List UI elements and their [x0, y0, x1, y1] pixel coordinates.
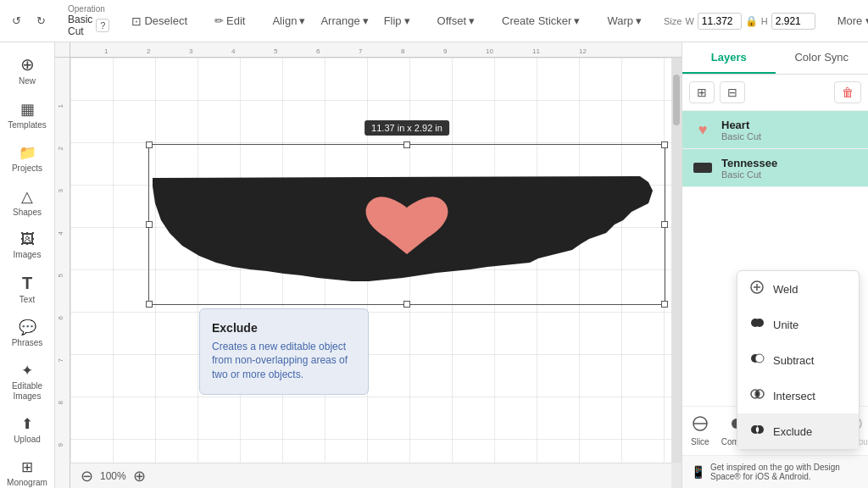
sticker-chevron-icon: ▾	[574, 14, 580, 27]
sidebar-item-new[interactable]: ⊕ New	[3, 49, 51, 92]
promo-text: Get inspired on the go with Design Space…	[710, 463, 860, 481]
tooltip-title: Exclude	[212, 321, 356, 335]
sidebar-label-templates: Templates	[8, 120, 47, 130]
promo-icon: 📱	[691, 465, 705, 479]
arrange-button[interactable]: Arrange ▾	[315, 11, 373, 30]
weld-icon	[749, 280, 765, 298]
flip-chevron-icon: ▾	[404, 14, 410, 27]
edit-button[interactable]: ✏ Edit	[209, 11, 250, 30]
heart-icon: ♥	[698, 121, 708, 139]
canvas-scrollbar[interactable]	[671, 58, 682, 463]
slice-button[interactable]: Slice	[686, 412, 715, 450]
tab-color-sync[interactable]: Color Sync	[776, 42, 869, 74]
menu-item-exclude[interactable]: Exclude	[737, 413, 859, 449]
handle-bottom-middle[interactable]	[403, 301, 410, 308]
panel-tabs: Layers Color Sync	[682, 42, 868, 75]
menu-item-subtract[interactable]: Subtract	[737, 342, 859, 378]
panel-actions: ⊞ ⊟ 🗑	[682, 75, 868, 111]
sidebar-item-editable-images[interactable]: ✦ Editable Images	[3, 357, 51, 407]
handle-top-middle[interactable]	[403, 141, 410, 148]
handle-middle-right[interactable]	[661, 221, 668, 228]
sidebar-label-projects: Projects	[12, 164, 42, 174]
sidebar-item-templates[interactable]: ▦ Templates	[3, 95, 51, 136]
images-icon: 🖼	[20, 231, 35, 248]
height-input[interactable]	[771, 13, 815, 30]
zoom-value: 100%	[100, 470, 126, 482]
handle-middle-left[interactable]	[146, 221, 153, 228]
warp-button[interactable]: Warp ▾	[602, 11, 647, 30]
ruler-corner	[55, 42, 70, 58]
sidebar-label-new: New	[19, 76, 36, 86]
layer-item-heart[interactable]: ♥ Heart Basic Cut	[682, 111, 868, 149]
sidebar-label-shapes: Shapes	[13, 208, 42, 218]
sidebar-item-shapes[interactable]: △ Shapes	[3, 182, 51, 223]
ungroup-icon: ⊟	[727, 86, 737, 99]
ruler-top: 1 2 3 4 5 6 7 8 9 10 11 12	[70, 42, 682, 58]
width-label: W	[685, 16, 693, 26]
width-input[interactable]	[698, 13, 742, 30]
sidebar-label-images: Images	[14, 250, 42, 260]
sidebar-item-images[interactable]: 🖼 Images	[3, 226, 51, 265]
ruler-tick-11: 11	[532, 47, 540, 55]
ruler-tick-12: 12	[579, 47, 587, 55]
align-button[interactable]: Align ▾	[267, 11, 310, 30]
sidebar-item-text[interactable]: T Text	[3, 269, 51, 310]
promo-banner: 📱 Get inspired on the go with Design Spa…	[682, 455, 868, 488]
menu-item-weld[interactable]: Weld	[737, 271, 859, 307]
intersect-label: Intersect	[773, 390, 815, 402]
svg-point-2	[755, 319, 764, 327]
ruler-left-tick-9: 9	[57, 443, 64, 446]
sidebar-item-phrases[interactable]: 💬 Phrases	[3, 313, 51, 353]
sidebar-item-projects[interactable]: 📁 Projects	[3, 139, 51, 179]
group-button[interactable]: ⊞	[689, 81, 715, 103]
create-sticker-button[interactable]: Create Sticker ▾	[497, 11, 585, 30]
more-button[interactable]: More ▾	[832, 11, 868, 30]
zoom-bar: ⊖ 100% ⊕	[70, 463, 671, 488]
canvas-area[interactable]: 1 2 3 4 5 6 7 8 9 10 11 12 1 2 3 4 5 6 7…	[55, 42, 682, 488]
upload-icon: ⬆	[21, 415, 33, 433]
delete-button[interactable]: 🗑	[834, 81, 861, 103]
offset-button[interactable]: Offset ▾	[432, 11, 480, 30]
ruler-tick-3: 3	[189, 47, 192, 55]
weld-label: Weld	[773, 283, 798, 296]
menu-item-intersect[interactable]: Intersect	[737, 378, 859, 413]
intersect-icon	[749, 386, 765, 405]
ruler-left-tick-1: 1	[57, 104, 64, 108]
flip-button[interactable]: Flip ▾	[379, 11, 415, 30]
operation-value: Basic Cut	[68, 14, 92, 37]
main-toolbar: ↺ ↻ Operation Basic Cut ? ⊡ Deselect ✏ E…	[0, 0, 868, 42]
handle-top-left[interactable]	[146, 141, 153, 148]
operation-title: Operation	[68, 4, 109, 14]
handle-top-right[interactable]	[661, 141, 668, 148]
ruler-left-tick-7: 7	[57, 358, 64, 362]
zoom-out-button[interactable]: ⊖	[81, 467, 93, 485]
deselect-button[interactable]: ⊡ Deselect	[126, 11, 192, 31]
edit-icon: ✏	[214, 14, 224, 27]
zoom-in-button[interactable]: ⊕	[133, 467, 146, 485]
lock-icon: 🔒	[745, 15, 758, 27]
heart-layer-info: Heart Basic Cut	[721, 119, 860, 141]
sidebar-item-monogram[interactable]: ⊞ Monogram	[3, 453, 51, 488]
menu-item-unite[interactable]: Unite	[737, 307, 859, 342]
ruler-tick-2: 2	[147, 47, 150, 55]
layer-item-tennessee[interactable]: Tennessee Basic Cut	[682, 149, 868, 187]
sidebar-label-text: Text	[19, 295, 35, 305]
tooltip-popup: Exclude Creates a new editable object fr…	[199, 308, 369, 395]
main-layout: ⊕ New ▦ Templates 📁 Projects △ Shapes 🖼 …	[0, 42, 868, 488]
ungroup-button[interactable]: ⊟	[720, 81, 745, 103]
deselect-icon: ⊡	[131, 14, 142, 28]
shape-container[interactable]: 11.37 in x 2.92 in	[148, 144, 665, 305]
handle-bottom-left[interactable]	[146, 301, 153, 308]
redo-button[interactable]: ↻	[31, 11, 51, 30]
canvas-scroll-thumb[interactable]	[673, 75, 680, 125]
ruler-left-tick-2: 2	[57, 147, 64, 150]
tab-layers[interactable]: Layers	[682, 42, 776, 74]
undo-button[interactable]: ↺	[7, 11, 26, 30]
operation-hint-button[interactable]: ?	[96, 19, 109, 32]
unite-icon	[749, 315, 765, 334]
handle-bottom-right[interactable]	[661, 301, 668, 308]
ruler-tick-4: 4	[231, 47, 235, 55]
ruler-left-tick-5: 5	[57, 274, 64, 277]
offset-chevron-icon: ▾	[469, 14, 475, 27]
sidebar-item-upload[interactable]: ⬆ Upload	[3, 410, 51, 450]
